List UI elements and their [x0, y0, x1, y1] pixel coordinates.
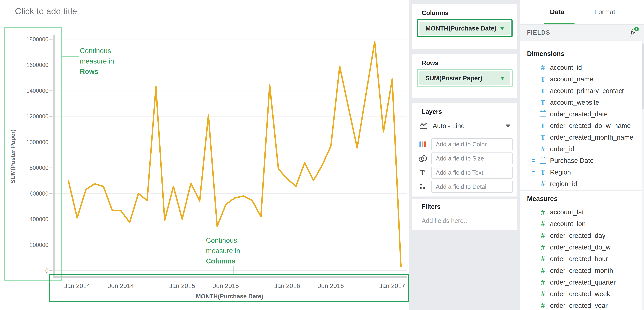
field-label: account_lon — [550, 220, 586, 228]
field-label: Purchase Date — [550, 157, 594, 164]
calendar-field-icon — [538, 111, 547, 118]
columns-annotation: Continous measure in Columns — [206, 235, 240, 266]
detail-icon[interactable] — [418, 181, 428, 193]
number-field-icon: # — [538, 302, 547, 310]
mark-drop-input[interactable]: Add a field to Size — [432, 152, 512, 164]
fields-section-bar: FIELDS fx+ — [520, 24, 644, 41]
field-label: order_created_quarter — [550, 278, 616, 286]
chevron-down-icon[interactable] — [506, 124, 510, 128]
calculated-field-equals-icon: = — [532, 157, 535, 164]
rows-annotation: Continous measure in Rows — [80, 46, 114, 77]
mark-type-selector[interactable]: Auto - Line — [412, 117, 517, 134]
app-root: Click to add title 020000040000060000080… — [0, 0, 644, 310]
field-label: account_lat — [550, 208, 584, 216]
calculated-field-equals-icon: = — [532, 169, 535, 176]
tab-data[interactable]: Data — [550, 8, 564, 16]
field-item-account_lon[interactable]: #account_lon — [520, 218, 644, 230]
field-item-Purchase Date[interactable]: =Purchase Date — [520, 155, 644, 166]
columns-axis-highlight-box — [49, 274, 410, 302]
field-item-order_created_month_name[interactable]: Torder_created_month_name — [520, 132, 644, 143]
field-item-order_created_year[interactable]: #order_created_year — [520, 300, 644, 310]
field-item-order_created_week[interactable]: #order_created_week — [520, 288, 644, 300]
filters-card: Filters Add fields here... — [412, 199, 517, 230]
field-item-account_id[interactable]: #account_id — [520, 62, 644, 74]
color-icon[interactable] — [418, 138, 428, 150]
field-item-order_created_month[interactable]: #order_created_month — [520, 265, 644, 276]
shelf-panel: Columns MONTH(Purchase Date) Rows SUM(Po… — [409, 0, 520, 310]
field-item-region_id[interactable]: #region_id — [520, 178, 644, 190]
mark-drop-input[interactable]: Add a field to Color — [432, 138, 512, 150]
chart-canvas: Click to add title 020000040000060000080… — [0, 0, 409, 310]
mark-type-label: Auto - Line — [433, 122, 464, 130]
field-item-account_lat[interactable]: #account_lat — [520, 206, 644, 218]
text-field-icon: T — [538, 98, 547, 106]
tab-format[interactable]: Format — [594, 8, 615, 16]
text-field-icon: T — [538, 168, 547, 176]
number-field-icon: # — [538, 145, 547, 153]
mark-drop-row: TAdd a field to Text — [412, 167, 517, 178]
layers-card: Layers Auto - Line Add a field to ColorA… — [412, 104, 517, 196]
columns-shelf-header: Columns — [412, 4, 517, 16]
field-item-order_created_do_w_name[interactable]: Torder_created_do_w_name — [520, 120, 644, 132]
fields-section-label: FIELDS — [527, 29, 550, 36]
field-label: order_created_date — [550, 110, 608, 118]
field-item-account_website[interactable]: Taccount_website — [520, 97, 644, 108]
field-label: order_created_month_name — [550, 134, 633, 141]
number-field-icon: # — [538, 180, 547, 188]
chevron-down-icon[interactable] — [500, 27, 505, 30]
number-field-icon: # — [538, 255, 547, 263]
filters-header: Filters — [412, 199, 517, 210]
number-field-icon: # — [538, 267, 547, 275]
field-item-order_created_quarter[interactable]: #order_created_quarter — [520, 276, 644, 288]
mark-drop-input[interactable]: Add a field to Text — [432, 167, 512, 178]
field-label: region_id — [550, 180, 577, 188]
number-field-icon: # — [538, 290, 547, 298]
field-item-account_name[interactable]: Taccount_name — [520, 74, 644, 85]
number-field-icon: # — [538, 220, 547, 228]
field-label: account_website — [550, 99, 599, 106]
number-field-icon: # — [538, 278, 547, 286]
number-field-icon: # — [538, 243, 547, 251]
field-label: Region — [550, 168, 571, 176]
rows-pill[interactable]: SUM(Poster Paper) — [417, 69, 512, 88]
chevron-down-icon[interactable] — [500, 77, 505, 80]
columns-pill[interactable]: MONTH(Purchase Date) — [417, 19, 512, 38]
field-label: account_name — [550, 76, 593, 83]
field-item-order_created_day[interactable]: #order_created_day — [520, 230, 644, 242]
add-calculated-field-icon[interactable]: fx+ — [630, 28, 635, 37]
fields-scrollbar[interactable] — [642, 24, 644, 310]
rows-shelf-header: Rows — [412, 54, 517, 66]
field-item-account_primary_contact[interactable]: Taccount_primary_contact — [520, 85, 644, 97]
filters-dropzone[interactable]: Add fields here... — [422, 217, 469, 224]
text-field-icon: T — [538, 87, 547, 95]
field-item-order_id[interactable]: #order_id — [520, 143, 644, 155]
field-item-order_created_do_w[interactable]: #order_created_do_w — [520, 242, 644, 253]
number-field-icon: # — [538, 64, 547, 72]
field-label: order_created_week — [550, 290, 610, 298]
dimensions-measures-divider — [520, 190, 644, 190]
rows-shelf: Rows SUM(Poster Paper) — [412, 54, 517, 98]
dimensions-header: Dimensions — [527, 50, 564, 58]
line-chart-icon — [419, 122, 429, 130]
field-label: order_created_hour — [550, 255, 608, 263]
columns-shelf: Columns MONTH(Purchase Date) — [412, 4, 517, 49]
text-icon[interactable]: T — [418, 167, 428, 178]
field-item-order_created_date[interactable]: order_created_date — [520, 108, 644, 120]
mark-drop-row: Add a field to Size — [412, 152, 517, 164]
measures-header: Measures — [527, 195, 558, 202]
size-icon[interactable] — [418, 152, 428, 164]
field-label: order_created_month — [550, 267, 613, 274]
rows-axis-highlight-box — [4, 27, 62, 282]
field-label: order_created_do_w_name — [550, 122, 631, 130]
field-label: order_created_day — [550, 232, 606, 240]
mark-drop-input[interactable]: Add a field to Detail — [432, 181, 512, 193]
number-field-icon: # — [538, 232, 547, 240]
mark-drop-row: Add a field to Detail — [412, 181, 517, 193]
mark-drop-row: Add a field to Color — [412, 138, 517, 150]
field-item-Region[interactable]: =TRegion — [520, 166, 644, 178]
active-tab-underline — [544, 23, 574, 24]
field-label: account_id — [550, 64, 582, 71]
field-item-order_created_hour[interactable]: #order_created_hour — [520, 253, 644, 265]
rows-pill-label: SUM(Poster Paper) — [425, 75, 482, 82]
field-label: order_created_year — [550, 302, 608, 309]
